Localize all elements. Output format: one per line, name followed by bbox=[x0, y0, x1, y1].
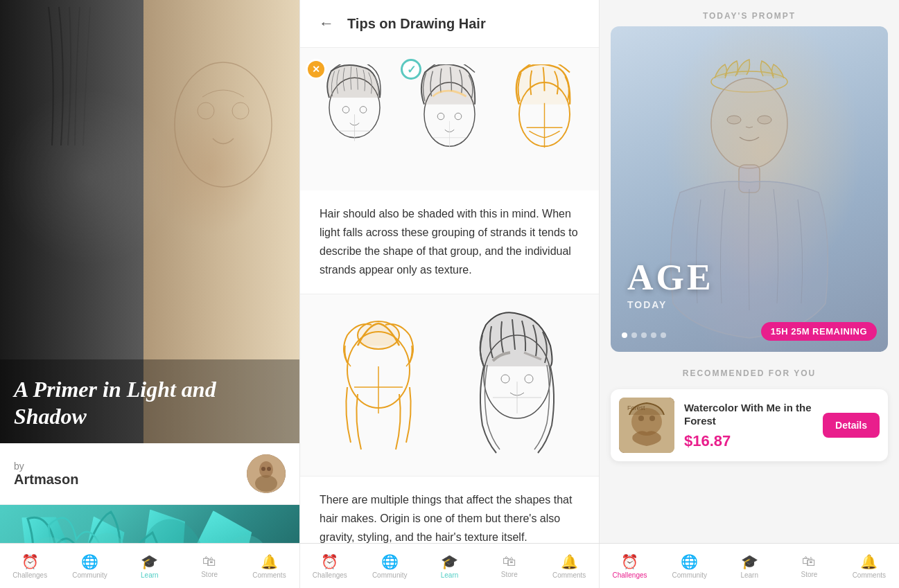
svg-point-2 bbox=[232, 103, 249, 119]
fins-decoration bbox=[0, 505, 299, 543]
hair-diagrams-row-1: ✕ bbox=[300, 48, 599, 190]
dot-3[interactable] bbox=[641, 332, 647, 338]
bottom-nav-right: ⏰ Challenges 🌐 Community 🎓 Learn 🛍 Store… bbox=[600, 544, 899, 588]
learn-icon-1: 🎓 bbox=[141, 553, 158, 570]
text-content-2: There are multiple things that affect th… bbox=[300, 476, 599, 543]
dot-4[interactable] bbox=[651, 332, 656, 338]
bottom-nav-container: ⏰ Challenges 🌐 Community 🎓 Learn 🛍 Store… bbox=[0, 543, 899, 588]
svg-point-5 bbox=[255, 475, 277, 492]
comments-label-1: Comments bbox=[252, 571, 286, 579]
hair-sketch-5 bbox=[458, 311, 576, 456]
svg-point-19 bbox=[455, 113, 462, 120]
nav-item-store-2[interactable]: 🛍 Store bbox=[480, 544, 539, 588]
learn-label-2: Learn bbox=[441, 571, 459, 579]
author-row: by Artmason bbox=[0, 443, 299, 505]
back-button[interactable]: ← bbox=[314, 11, 339, 36]
nav-item-store-1[interactable]: 🛍 Store bbox=[180, 544, 239, 588]
svg-point-37 bbox=[758, 116, 771, 124]
challenges-label-2: Challenges bbox=[313, 571, 347, 579]
nav-item-store-3[interactable]: 🛍 Store bbox=[779, 544, 839, 588]
check-badge-1: ✓ bbox=[401, 59, 421, 80]
store-label-1: Store bbox=[201, 571, 218, 578]
center-panel: ← Tips on Drawing Hair ✕ bbox=[299, 0, 600, 543]
challenges-icon-3: ⏰ bbox=[621, 553, 638, 570]
author-name: Artmason bbox=[14, 472, 78, 488]
svg-text:Forest: Forest bbox=[627, 404, 645, 411]
community-label-2: Community bbox=[372, 571, 408, 579]
svg-point-9 bbox=[74, 529, 134, 543]
recommended-label: RECOMMENDED FOR YOU bbox=[600, 363, 899, 384]
dot-2[interactable] bbox=[631, 332, 637, 338]
learn-icon-2: 🎓 bbox=[441, 553, 458, 570]
comments-icon-1: 🔔 bbox=[261, 553, 278, 570]
lesson-card[interactable]: A Primer in Light and Shadow bbox=[0, 0, 299, 443]
hair-detail-svg bbox=[35, 7, 132, 145]
learn-label-3: Learn bbox=[740, 571, 758, 579]
svg-point-36 bbox=[727, 116, 741, 124]
nav-item-challenges-1[interactable]: ⏰ Challenges bbox=[0, 544, 60, 588]
dot-5[interactable] bbox=[661, 332, 666, 338]
face-sketch-svg bbox=[161, 42, 286, 249]
hair-diagram-side-orange bbox=[323, 311, 434, 459]
svg-point-41 bbox=[638, 416, 644, 421]
svg-point-13 bbox=[342, 107, 349, 114]
svg-point-8 bbox=[17, 529, 95, 543]
remaining-badge: 15H 25M REMAINING bbox=[761, 322, 877, 341]
lesson-title-area: A Primer in Light and Shadow bbox=[0, 359, 299, 443]
thumbnail-preview[interactable] bbox=[0, 505, 299, 543]
nav-item-comments-1[interactable]: 🔔 Comments bbox=[239, 544, 299, 588]
rec-card[interactable]: Forest Watercolor With Me in the Forest … bbox=[611, 389, 888, 461]
nav-item-learn-2[interactable]: 🎓 Learn bbox=[419, 544, 479, 588]
comments-icon-3: 🔔 bbox=[860, 553, 878, 570]
comments-label-3: Comments bbox=[853, 571, 886, 579]
prompt-card[interactable]: AGE TODAY 15H 25M REMAINING bbox=[611, 26, 888, 352]
svg-point-7 bbox=[267, 467, 271, 471]
svg-point-35 bbox=[711, 78, 787, 168]
prompt-text-overlay: AGE TODAY bbox=[627, 257, 714, 310]
text-content-1: Hair should also be shaded with this in … bbox=[300, 190, 599, 294]
svg-point-31 bbox=[525, 375, 533, 383]
lesson-title: A Primer in Light and Shadow bbox=[14, 376, 286, 429]
nav-item-community-3[interactable]: 🌐 Community bbox=[660, 544, 719, 588]
community-label-1: Community bbox=[72, 571, 107, 579]
nav-item-challenges-2[interactable]: ⏰ Challenges bbox=[300, 544, 360, 588]
hair-diagram-outline bbox=[501, 64, 588, 174]
dot-1[interactable] bbox=[622, 332, 627, 338]
nav-item-comments-3[interactable]: 🔔 Comments bbox=[839, 544, 899, 588]
hair-diagram-section-2 bbox=[300, 294, 599, 476]
hair-diagram-section-1: ✕ bbox=[300, 48, 599, 190]
store-icon-2: 🛍 bbox=[503, 553, 516, 569]
svg-point-30 bbox=[501, 375, 509, 383]
svg-point-6 bbox=[261, 467, 265, 471]
nav-item-community-2[interactable]: 🌐 Community bbox=[360, 544, 419, 588]
paragraph-1: Hair should also be shaded with this in … bbox=[320, 204, 579, 280]
hair-sketch-2 bbox=[406, 64, 493, 171]
carousel-dots bbox=[622, 332, 666, 338]
mermaid-fin-svg bbox=[0, 505, 299, 543]
hair-sketch-4 bbox=[323, 311, 434, 456]
learn-icon-3: 🎓 bbox=[741, 553, 758, 570]
prompt-today-label: TODAY bbox=[627, 299, 714, 310]
hair-diagram-correct-1: ✓ bbox=[406, 64, 493, 174]
rec-price: $16.87 bbox=[684, 432, 813, 450]
nav-item-learn-1[interactable]: 🎓 Learn bbox=[120, 544, 180, 588]
prompt-section-label: TODAY'S PROMPT bbox=[600, 0, 899, 26]
author-by-label: by bbox=[14, 461, 78, 472]
challenges-icon-2: ⏰ bbox=[321, 553, 338, 570]
bottom-nav-center: ⏰ Challenges 🌐 Community 🎓 Learn 🛍 Store… bbox=[300, 544, 600, 588]
rec-details-button[interactable]: Details bbox=[823, 413, 880, 438]
hair-diagram-wrong: ✕ bbox=[311, 64, 398, 174]
store-label-2: Store bbox=[501, 571, 518, 578]
svg-point-26 bbox=[358, 321, 399, 349]
nav-item-community-1[interactable]: 🌐 Community bbox=[60, 544, 119, 588]
nav-item-learn-3[interactable]: 🎓 Learn bbox=[719, 544, 779, 588]
svg-point-14 bbox=[360, 107, 367, 114]
avatar[interactable] bbox=[247, 454, 286, 493]
left-panel: A Primer in Light and Shadow by Artmason bbox=[0, 0, 299, 543]
svg-point-0 bbox=[175, 62, 272, 187]
nav-item-comments-2[interactable]: 🔔 Comments bbox=[539, 544, 599, 588]
svg-point-1 bbox=[198, 103, 214, 119]
challenges-label-3: Challenges bbox=[612, 571, 647, 579]
rec-info: Watercolor With Me in the Forest $16.87 bbox=[684, 401, 813, 450]
nav-item-challenges-3[interactable]: ⏰ Challenges bbox=[600, 544, 659, 588]
